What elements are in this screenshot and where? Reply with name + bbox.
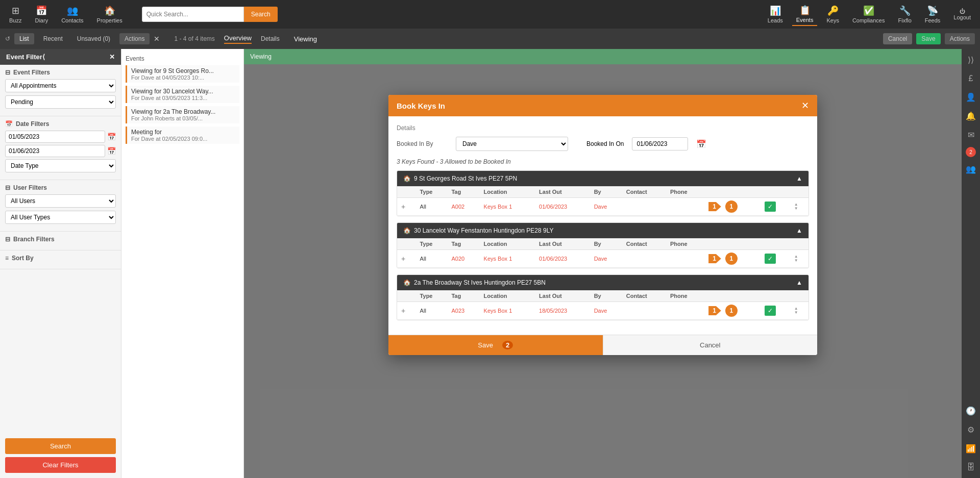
modal-cancel-button[interactable]: Cancel (603, 335, 818, 355)
clock-icon[interactable]: 🕐 (964, 404, 978, 418)
key-check-1[interactable]: ✓ (761, 198, 790, 216)
col-header-add-2 (397, 238, 416, 250)
key-check-2[interactable]: ✓ (761, 250, 790, 268)
settings-icon[interactable]: ⚙ (965, 423, 976, 437)
key-lastout-1: 01/06/2023 (535, 198, 590, 216)
status-select[interactable]: Pending Confirmed Cancelled Completed (5, 95, 116, 109)
key-by-3: Dave (590, 302, 622, 320)
overview-tab[interactable]: Overview (224, 34, 252, 44)
booked-in-by-row: Booked In By Dave Booked In On 📅 (397, 137, 809, 151)
clear-filters-button[interactable]: Clear Filters (5, 457, 116, 473)
col-header-scroll-1 (790, 186, 808, 198)
nav-compliances[interactable]: ✅ Compliances (848, 3, 889, 26)
nav-keys[interactable]: 🔑 Keys (822, 3, 843, 26)
recent-tab[interactable]: Recent (38, 33, 68, 44)
col-header-check-2 (761, 238, 790, 250)
sidebar-header: Event Filter ⟨ ✕ (0, 49, 121, 65)
envelope-icon[interactable]: ✉ (966, 128, 976, 142)
key-qty-cell-1: 1 1 (704, 198, 761, 216)
nav-leads[interactable]: 📊 Leads (764, 3, 787, 26)
unsaved-tab[interactable]: Unsaved (0) (72, 33, 115, 44)
event-item-2[interactable]: Viewing for 30 Lancelot Way... For Dave … (126, 86, 239, 103)
booked-on-calendar-icon[interactable]: 📅 (696, 139, 706, 149)
database-icon[interactable]: 🗄 (965, 461, 977, 474)
down-arrow-1[interactable]: ▼ (794, 207, 804, 211)
nav-fixflo[interactable]: 🔧 Fixflo (894, 3, 915, 26)
sidebar-toggle-button[interactable]: ⟨ (42, 53, 45, 61)
nav-contacts[interactable]: 👥 Contacts (57, 3, 87, 26)
actions-right-button[interactable]: Actions (945, 33, 975, 44)
event-item-4[interactable]: Meeting for For Dave at 02/05/2023 09:0.… (126, 127, 239, 144)
check-button-2[interactable]: ✓ (765, 254, 776, 264)
date-to-input[interactable] (5, 145, 105, 157)
date-to-calendar-icon[interactable]: 📅 (107, 147, 116, 155)
search-filter-button[interactable]: Search (5, 438, 116, 454)
fixflo-icon: 🔧 (899, 5, 911, 16)
check-button-3[interactable]: ✓ (765, 306, 776, 316)
appointment-type-select[interactable]: All Appointments Viewing Meeting Inspect… (5, 79, 116, 92)
calendar-filter-icon: 📅 (5, 120, 13, 128)
signal-icon[interactable]: 📶 (964, 442, 978, 456)
nav-diary[interactable]: 📅 Diary (31, 3, 52, 26)
add-key-3[interactable]: + (397, 302, 416, 320)
key-phone-1 (666, 198, 704, 216)
col-header-lastout-1: Last Out (535, 186, 590, 198)
booked-in-by-select[interactable]: Dave (456, 137, 568, 151)
sidebar-close-button[interactable]: ✕ (109, 53, 115, 61)
property-1-table: Type Tag Location Last Out By Contact Ph… (397, 186, 808, 216)
col-header-contact-1: Contact (622, 186, 666, 198)
booked-in-on-input[interactable] (632, 137, 688, 150)
nav-events[interactable]: 📋 Events (792, 3, 818, 26)
key-contact-1 (622, 198, 666, 216)
nav-properties[interactable]: 🏠 Properties (93, 3, 127, 26)
actions-button[interactable]: Actions (119, 33, 150, 44)
add-key-2[interactable]: + (397, 250, 416, 268)
nav-buzz[interactable]: ⊞ Buzz (5, 3, 26, 26)
pound-icon[interactable]: £ (967, 72, 975, 85)
event-item-3[interactable]: Viewing for 2a The Broadway... For John … (126, 106, 239, 123)
property-1-header: 🏠9 St Georges Road St Ives PE27 5PN ▲ (397, 171, 808, 186)
date-type-select[interactable]: Date Type Start Date End Date (5, 159, 116, 172)
down-arrow-2[interactable]: ▼ (794, 259, 804, 263)
close-list-button[interactable]: ✕ (154, 35, 160, 43)
user-add-icon[interactable]: 👤 (964, 90, 978, 104)
collapse-1-button[interactable]: ▲ (796, 175, 802, 182)
save-top-button[interactable]: Save (916, 33, 940, 44)
keys-label: Keys (826, 17, 839, 23)
add-key-1[interactable]: + (397, 198, 416, 216)
modal-save-button[interactable]: Save 2 (388, 335, 603, 355)
refresh-button[interactable]: ↺ (5, 35, 10, 42)
details-tab[interactable]: Details (256, 33, 285, 44)
viewing-bar: Viewing (244, 49, 962, 64)
user-type-select[interactable]: All User Types (5, 211, 116, 224)
keys-found-message: 3 Keys Found - 3 Allowed to be Booked In (397, 158, 809, 165)
collapse-2-button[interactable]: ▲ (796, 227, 802, 234)
collapse-3-button[interactable]: ▲ (796, 279, 802, 286)
list-tab[interactable]: List (14, 33, 34, 44)
bell-icon[interactable]: 🔔 (964, 109, 978, 123)
cancel-top-button[interactable]: Cancel (883, 33, 912, 44)
col-header-check-1 (761, 186, 790, 198)
event-item-1[interactable]: Viewing for 9 St Georges Ro... For Dave … (126, 65, 239, 83)
modal-close-button[interactable]: ✕ (801, 100, 809, 111)
search-button[interactable]: Search (244, 7, 278, 22)
logout-button[interactable]: ⏻ Logout (949, 6, 975, 22)
qty-box-1: 1 (725, 200, 738, 213)
quick-search-input[interactable] (142, 7, 244, 22)
booked-in-by-label: Booked In By (397, 140, 448, 147)
date-from-calendar-icon[interactable]: 📅 (107, 133, 116, 141)
down-arrow-3[interactable]: ▼ (794, 311, 804, 315)
check-button-1[interactable]: ✓ (765, 202, 776, 212)
badge-icon[interactable]: 2 (966, 147, 976, 157)
contacts-icon: 👥 (67, 5, 78, 16)
col-header-phone-1: Phone (666, 186, 704, 198)
qty-box-2: 1 (725, 253, 738, 265)
key-check-3[interactable]: ✓ (761, 302, 790, 320)
nav-feeds[interactable]: 📡 Feeds (921, 3, 945, 26)
collapse-right-icon[interactable]: ⟩⟩ (966, 53, 976, 67)
item-count: 1 - 4 of 4 items (174, 35, 214, 42)
key-lastout-2: 01/06/2023 (535, 250, 590, 268)
date-from-input[interactable] (5, 131, 105, 143)
user-select[interactable]: All Users (5, 194, 116, 208)
people-icon[interactable]: 👥 (964, 162, 978, 176)
